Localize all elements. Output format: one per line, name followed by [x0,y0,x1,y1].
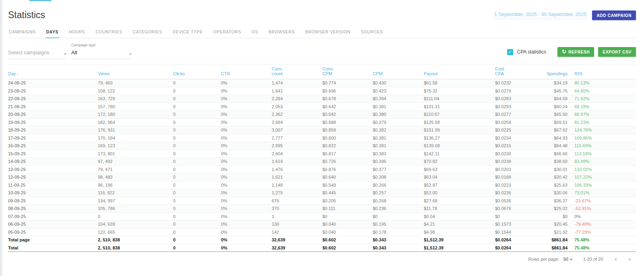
table-toolbar: ✓ CPA statistics ↻ REFRESH EXPORT CSV [507,47,636,59]
cell-payout: $151.99 [424,126,495,134]
column-header-conv-count[interactable]: Conv. count [272,64,322,79]
tab-browser-version[interactable]: BROWSER VERSION [304,27,351,38]
tab-browsers[interactable]: BROWSERS [268,27,295,38]
cell-cost-cpa: $0.0232 [495,79,546,87]
cell-spendings: $0 [546,212,572,220]
column-header-cpm[interactable]: CPM [373,64,424,79]
cell-conv-cpm: $0.696 [322,87,373,95]
stats-tabs: CAMPAIGNSDAYSHOURSCOUNTRIESCATEGORIESDEV… [8,27,636,38]
column-header-day[interactable]: Day↓ [8,64,98,79]
cell-views: 157, 780 [98,103,173,111]
cell-conv-count: 370 [272,205,322,213]
tab-device-type[interactable]: DEVICE TYPE [172,27,204,38]
cell-clicks: 0 [173,150,221,158]
table-row: 06-09-25104, 63900%130$0.040$0.195$4.21$… [8,220,636,229]
tab-operators[interactable]: OPERATORS [213,27,242,38]
cell-day: 17-09-25 [8,134,98,142]
table-row: 08-09-25105, 78600%370$0.111$0.236$11.78… [8,205,636,213]
column-header-clicks[interactable]: Clicks [173,64,221,79]
cell-views: 173, 801 [98,150,173,158]
cell-roi: 106.33% [572,181,636,189]
cell-payout: $101.31 [424,103,495,111]
cell-conv-count: 1,619 [272,158,322,166]
cell-views: 134, 997 [98,197,173,205]
cell-conv-count: 2,777 [272,134,322,142]
cell-views: 170, 194 [98,134,173,142]
column-header-payout[interactable]: Payout [424,64,495,79]
add-campaign-button[interactable]: ADD CAMPAIGN [592,10,636,20]
cell-cost-cpa: $0.0676 [495,205,546,213]
cell-cost-cpa: $0.0259 [495,118,546,126]
column-header-cost-cpa[interactable]: Cost CPA [495,64,546,79]
tab-countries[interactable]: COUNTRIES [95,27,123,38]
cell-cost-cpa: $0.0234 [495,134,546,142]
campaign-type-dropdown[interactable]: Campaign type All ▾ [71,41,132,59]
cell-payout: $136.27 [424,134,495,142]
cell-roi: 75.48% [572,244,636,252]
top-nav-active-indicator [29,0,52,1]
cell-ctr: 0% [221,244,272,252]
select-campaigns-dropdown[interactable]: Select campaigns ▾ [8,47,67,59]
cell-day: 22-09-25 [8,95,98,103]
table-row: 11-09-2596, 19600%1,148$0.549$0.266$52.8… [8,181,636,189]
cell-cpm: $0.266 [373,181,424,189]
cell-day: 24-09-25 [8,79,98,87]
cell-spendings: $861.84 [546,236,572,244]
cell-cpm: $0.195 [373,220,424,229]
column-header-roi[interactable]: ROI [572,64,636,79]
column-header-views[interactable]: Views [98,64,173,79]
cell-views: 2, 510, 838 [98,236,173,244]
cell-conv-cpm: $0.678 [322,95,373,103]
cell-conv-cpm: $0.800 [322,134,373,142]
date-range-picker[interactable]: 1 September, 2025 - 30 September, 2025 [494,12,586,19]
cell-cost-cpa: $0.0238 [495,158,546,166]
tab-hours[interactable]: HOURS [68,27,86,38]
cell-roi: 64.60% [572,87,636,95]
cell-cost-cpa: $0.0264 [495,244,546,252]
cell-spendings: $36.27 [546,197,572,205]
cell-day: 11-09-25 [8,181,98,189]
cell-conv-cpm: $0.640 [322,173,373,181]
cell-ctr: 0% [221,205,272,213]
column-header-ctr[interactable]: CTR [221,64,272,79]
cell-conv-count: 1,641 [272,87,322,95]
cell-payout: $125.98 [424,118,495,126]
table-row: 23-09-25108, 12200%1,641$0.696$0.423$75.… [8,87,636,95]
next-page-button[interactable]: › [628,256,631,262]
table-row: 18-09-25176, 93100%3,007$0.859$0.382$151… [8,126,636,134]
cell-payout: $110.67 [424,111,495,119]
cell-spendings: $34.19 [546,79,572,87]
cell-conv-count: 2,362 [272,111,322,119]
cell-cpm: $0.380 [373,111,424,119]
cell-ctr: 0% [221,158,272,166]
cell-day: Total page [8,236,98,244]
prev-page-button[interactable]: ‹ [614,256,617,262]
tab-categories[interactable]: CATEGORIES [132,27,163,38]
cell-day: 05-09-25 [8,228,98,236]
rows-per-page-select[interactable]: 50▼ [564,257,573,262]
cell-clicks: 0 [173,197,221,205]
cell-conv-count: 2,284 [272,95,322,103]
cell-ctr: 0% [221,134,272,142]
tab-os[interactable]: OS [251,27,259,38]
cell-views: 79, 471 [98,165,173,173]
pagination-bar: Rows per page: 50▼ 1-20 of 20 ‹ › [8,256,636,262]
cell-ctr: 0% [221,236,272,244]
cell-views: 104, 639 [98,220,173,229]
table-header-row: Day↓ViewsClicksCTRConv. countConv. CPMCP… [8,64,636,79]
cell-payout: $69.63 [424,165,495,173]
cell-conv-count: 676 [272,197,322,205]
tab-days[interactable]: DAYS [45,27,59,38]
column-header-spendings[interactable]: Spendings [546,64,572,79]
table-row: 20-09-25172, 18000%2,362$0.642$0.380$110… [8,111,636,119]
cell-conv-count: 1,474 [272,79,322,87]
refresh-button[interactable]: ↻ REFRESH [557,47,594,57]
cpa-statistics-checkbox[interactable]: ✓ [507,49,513,55]
cell-clicks: 0 [173,87,221,95]
cell-day: 20-09-25 [8,111,98,119]
tab-sources[interactable]: SOURCES [360,27,384,38]
cell-views: 182, 964 [98,118,173,126]
export-csv-button[interactable]: EXPORT CSV [598,47,636,57]
tab-campaigns[interactable]: CAMPAIGNS [8,27,37,38]
column-header-conv-cpm[interactable]: Conv. CPM [322,64,373,79]
